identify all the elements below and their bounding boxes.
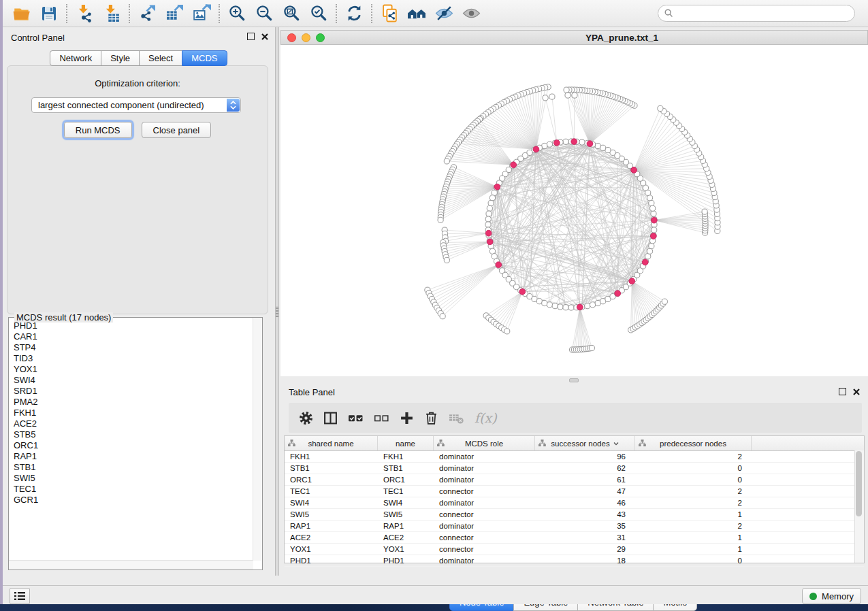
scrollbar-thumb[interactable] xyxy=(856,451,862,516)
list-item[interactable]: YOX1 xyxy=(14,364,253,375)
export-table-button[interactable] xyxy=(161,2,188,25)
attribute-tree-icon xyxy=(639,440,646,446)
criterion-select-value: largest connected component (undirected) xyxy=(38,100,204,110)
node-table: shared namenameMCDS rolesuccessor nodesp… xyxy=(284,435,865,563)
apply-layout-button[interactable] xyxy=(340,2,368,25)
tab-select[interactable]: Select xyxy=(139,50,182,66)
horizontal-scrollbar[interactable] xyxy=(9,560,253,569)
hide-selected-button[interactable] xyxy=(430,2,457,25)
export-image-button[interactable] xyxy=(188,2,215,25)
clone-network-button[interactable] xyxy=(376,2,403,25)
network-window-titlebar[interactable]: YPA_prune.txt_1 xyxy=(280,30,868,45)
zoom-fit-icon xyxy=(283,4,301,22)
zoom-fit-button[interactable] xyxy=(278,2,305,25)
column-header-MCDS-role[interactable]: MCDS role xyxy=(434,436,535,450)
horizontal-splitter[interactable] xyxy=(279,376,868,384)
main-toolbar xyxy=(3,0,868,27)
table-row[interactable]: TEC1TEC1connector472 xyxy=(285,486,864,497)
control-panel-tabs: NetworkStyleSelectMCDS xyxy=(3,50,275,66)
column-header-successor-nodes[interactable]: successor nodes xyxy=(535,436,635,450)
select-stepper-icon xyxy=(227,99,240,112)
table-vertical-scrollbar[interactable] xyxy=(854,450,864,563)
column-header-shared-name[interactable]: shared name xyxy=(285,436,378,450)
cell-successor_nodes: 18 xyxy=(535,557,635,565)
network-graph[interactable] xyxy=(280,45,868,376)
cell-predecessor_nodes: 1 xyxy=(635,533,752,542)
attribute-tree-icon xyxy=(539,440,546,446)
cell-shared_name: TEC1 xyxy=(285,487,378,495)
float-panel-icon[interactable] xyxy=(247,33,255,40)
tab-style[interactable]: Style xyxy=(101,50,140,66)
add-column-icon[interactable] xyxy=(400,411,414,425)
close-panel-icon[interactable] xyxy=(853,389,860,395)
list-item[interactable]: SWI4 xyxy=(14,375,253,386)
run-mcds-button[interactable]: Run MCDS xyxy=(64,122,132,138)
list-item[interactable]: GCR1 xyxy=(14,495,253,506)
list-item[interactable]: FKH1 xyxy=(14,408,253,418)
deselect-all-checkboxes-icon[interactable] xyxy=(374,411,389,425)
minimize-window-icon[interactable] xyxy=(302,33,310,42)
panel-menu-button[interactable] xyxy=(10,588,30,604)
list-item[interactable]: PHD1 xyxy=(14,320,253,331)
save-session-button[interactable] xyxy=(35,2,63,25)
delete-column-icon[interactable] xyxy=(424,411,438,425)
select-all-checkboxes-icon[interactable] xyxy=(348,411,364,425)
tab-mcds[interactable]: MCDS xyxy=(182,50,227,66)
column-header-predecessor-nodes[interactable]: predecessor nodes xyxy=(635,436,752,450)
table-row[interactable]: YOX1YOX1connector291 xyxy=(285,544,864,555)
list-item[interactable]: ORC1 xyxy=(14,440,253,451)
list-item[interactable]: PMA2 xyxy=(14,397,253,408)
table-row[interactable]: SWI5SWI5connector431 xyxy=(285,509,864,521)
column-split-icon[interactable] xyxy=(323,411,338,425)
table-row[interactable]: ORC1ORC1dominator610 xyxy=(285,474,864,486)
vertical-scrollbar[interactable] xyxy=(253,318,262,561)
cell-successor_nodes: 31 xyxy=(535,533,635,542)
list-item[interactable]: STP4 xyxy=(14,342,253,353)
cell-predecessor_nodes: 2 xyxy=(635,452,752,461)
network-canvas[interactable] xyxy=(280,45,868,376)
open-file-button[interactable] xyxy=(8,2,35,25)
table-row[interactable]: ACE2ACE2connector311 xyxy=(285,532,864,544)
column-header-name[interactable]: name xyxy=(378,436,434,450)
export-network-button[interactable] xyxy=(133,2,161,25)
list-item[interactable]: SRD1 xyxy=(14,386,253,397)
close-panel-icon[interactable] xyxy=(261,33,268,40)
first-neighbors-button[interactable] xyxy=(403,2,430,25)
list-item[interactable]: STB5 xyxy=(14,429,253,440)
table-row[interactable]: STB1STB1dominator620 xyxy=(285,463,864,474)
import-network-button[interactable] xyxy=(71,2,98,25)
list-item[interactable]: TID3 xyxy=(14,353,253,364)
cell-mcds_role: connector xyxy=(434,533,535,542)
zoom-selected-button[interactable] xyxy=(305,2,332,25)
close-panel-button[interactable]: Close panel xyxy=(142,122,212,138)
list-item[interactable]: ACE2 xyxy=(14,418,253,429)
criterion-select[interactable]: largest connected component (undirected) xyxy=(31,97,241,113)
float-panel-icon[interactable] xyxy=(839,388,846,395)
list-item[interactable]: STB1 xyxy=(14,462,253,473)
list-item[interactable]: SWI5 xyxy=(14,473,253,484)
gear-icon[interactable] xyxy=(299,411,313,425)
import-table-button[interactable] xyxy=(98,2,125,25)
zoom-in-icon xyxy=(228,4,246,22)
table-row[interactable]: FKH1FKH1dominator962 xyxy=(285,451,864,463)
search-input[interactable] xyxy=(677,7,848,19)
table-row[interactable]: PHD1PHD1dominator180 xyxy=(285,555,864,567)
show-all-button[interactable] xyxy=(457,2,485,25)
splitter-grip[interactable] xyxy=(276,306,278,317)
splitter-grip[interactable] xyxy=(569,378,579,382)
close-window-icon[interactable] xyxy=(287,33,296,42)
table-row[interactable]: SWI4SWI4dominator462 xyxy=(285,497,864,509)
cell-shared_name: SWI5 xyxy=(285,510,378,518)
list-item[interactable]: TEC1 xyxy=(14,484,253,495)
search-field[interactable] xyxy=(658,5,855,22)
zoom-out-button[interactable] xyxy=(251,2,278,25)
right-column: YPA_prune.txt_1 Table Panel xyxy=(279,27,868,585)
zoom-in-button[interactable] xyxy=(223,2,251,25)
list-item[interactable]: CAR1 xyxy=(14,331,253,342)
tab-network[interactable]: Network xyxy=(50,50,101,66)
maximize-window-icon[interactable] xyxy=(316,33,325,42)
list-item[interactable]: RAP1 xyxy=(14,451,253,462)
table-row[interactable]: RAP1RAP1dominator352 xyxy=(285,521,864,532)
mcds-result-list[interactable]: PHD1CAR1STP4TID3YOX1SWI4SRD1PMA2FKH1ACE2… xyxy=(9,320,253,561)
memory-button[interactable]: Memory xyxy=(802,588,861,604)
